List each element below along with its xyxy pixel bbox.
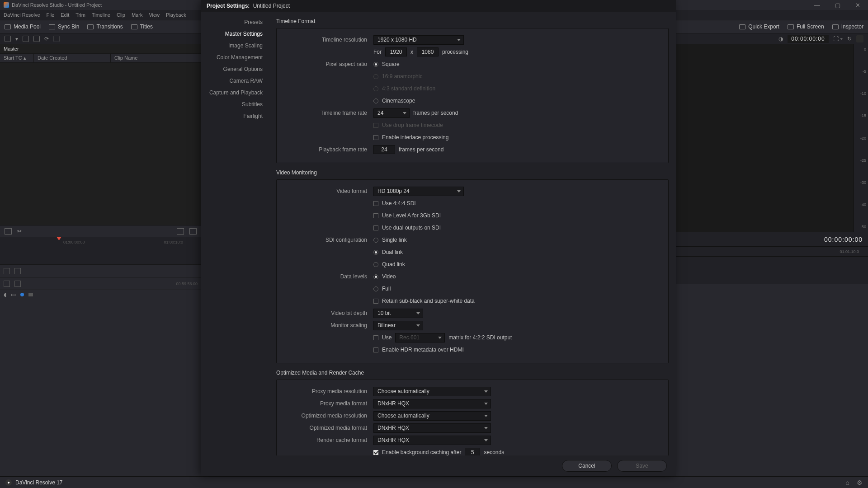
input-playback-frame-rate[interactable]: 24 (373, 145, 395, 154)
toolbar-inspector[interactable]: Inspector (832, 23, 863, 30)
check-hdr-hdmi[interactable] (373, 347, 378, 352)
check-level-a[interactable] (373, 213, 378, 218)
nav-fairlight[interactable]: Fairlight (201, 110, 269, 122)
settings-content[interactable]: Timeline Format Timeline resolution 1920… (269, 12, 676, 455)
col-clip-name[interactable]: Clip Name (111, 54, 201, 62)
input-bg-cache-seconds[interactable]: 5 (465, 448, 480, 455)
select-proxy-media-format[interactable]: DNxHR HQX (373, 399, 491, 408)
folder-icon[interactable] (33, 36, 40, 42)
radio-par-square[interactable] (373, 62, 378, 67)
select-render-cache-format[interactable]: DNxHR HQX (373, 436, 491, 445)
menu-item[interactable]: Trim (75, 12, 85, 18)
check-retain-subblack[interactable] (373, 299, 378, 304)
nav-color-management[interactable]: Color Management (201, 52, 269, 63)
tool-d-icon[interactable] (14, 281, 21, 287)
view-mode-icon[interactable] (5, 36, 11, 42)
nav-general-options[interactable]: General Options (201, 63, 269, 75)
audio-meter: 0-5-10-15-20-25-30-40-50 (854, 44, 868, 232)
select-timeline-resolution[interactable]: 868 x 488 HD (373, 35, 464, 45)
select-optimized-media-format[interactable]: DNxHR HQX (373, 423, 491, 433)
toolbar-transitions[interactable]: Transitions (87, 23, 123, 30)
cancel-button[interactable]: Cancel (562, 460, 612, 472)
speaker-icon[interactable] (856, 35, 863, 42)
bypass-icon[interactable]: ◑ (778, 36, 783, 42)
check-use-matrix[interactable] (373, 335, 378, 340)
viewer-timecode[interactable]: 00:00:00:00 (824, 236, 863, 243)
radio-sdi-single[interactable] (373, 238, 378, 243)
radio-data-full[interactable] (373, 286, 378, 291)
marker-blue-icon[interactable] (20, 293, 24, 296)
nav-image-scaling[interactable]: Image Scaling (201, 40, 269, 52)
tool-c-icon[interactable] (4, 281, 10, 287)
radio-par-cinemascope[interactable] (373, 99, 378, 103)
nav-capture-playback[interactable]: Capture and Playback (201, 87, 269, 99)
select-video-bit-depth[interactable]: 10 bit (373, 309, 423, 318)
col-start-tc[interactable]: Start TC ▴ (0, 54, 34, 62)
chevron-down-icon[interactable]: ▾ (15, 36, 18, 42)
timecode-display[interactable]: 00:00:00:00 (788, 35, 828, 43)
list-icon[interactable] (189, 228, 197, 235)
radio-par-anamorphic (373, 74, 378, 79)
select-monitor-scaling[interactable]: Bilinear (373, 321, 423, 330)
playhead[interactable] (59, 237, 59, 287)
export-icon (739, 24, 745, 29)
input-height[interactable]: 1080 (417, 47, 439, 56)
toolbar-quick-export[interactable]: Quick Export (739, 23, 779, 30)
tool-a-icon[interactable] (4, 268, 10, 274)
marker-grey-icon[interactable] (28, 293, 33, 296)
menu-item[interactable]: DaVinci Resolve (4, 12, 40, 18)
minimize-button[interactable]: — (807, 0, 827, 10)
toolbar-titles[interactable]: Titles (131, 23, 153, 30)
grid-icon[interactable] (177, 228, 184, 235)
label-video-format: Video format (283, 188, 373, 194)
toolbar-sync-bin[interactable]: Sync Bin (49, 23, 79, 30)
dialog-footer: Cancel Save (201, 455, 676, 476)
maximize-button[interactable]: ▢ (827, 0, 848, 10)
menu-item[interactable]: Edit (61, 12, 69, 18)
menu-item[interactable]: File (47, 12, 55, 18)
menu-item[interactable]: View (149, 12, 160, 18)
loop-icon[interactable]: ↻ (847, 36, 852, 42)
save-button[interactable]: Save (617, 460, 667, 472)
close-button[interactable]: ✕ (848, 0, 868, 10)
check-dual-outputs[interactable] (373, 225, 378, 230)
toolbar-media-pool[interactable]: Media Pool (5, 23, 41, 30)
select-video-format[interactable]: HD 1080p 24 (373, 187, 464, 196)
marker-icon[interactable]: ▭ (11, 291, 16, 298)
source-timeline[interactable]: 01:00:00:00 01:00:10:0 (0, 237, 201, 264)
col-date-created[interactable]: Date Created (34, 54, 111, 62)
bin-master-label[interactable]: Master (0, 44, 201, 53)
import-icon[interactable] (23, 36, 29, 42)
select-optimized-media-resolution[interactable]: Choose automatically (373, 411, 491, 421)
nav-master-settings[interactable]: Master Settings (201, 28, 269, 40)
nav-subtitles[interactable]: Subtitles (201, 99, 269, 110)
menu-item[interactable]: Playback (166, 12, 186, 18)
check-interlace[interactable] (373, 135, 378, 140)
gear-icon[interactable]: ⚙ (857, 479, 863, 486)
toolbar-full-screen[interactable]: Full Screen (788, 23, 824, 30)
scissors-icon[interactable]: ✂ (17, 228, 22, 235)
select-proxy-media-resolution[interactable]: Choose automatically (373, 387, 491, 396)
refresh-icon[interactable]: ⟳ (44, 36, 49, 42)
menu-item[interactable]: Timeline (92, 12, 110, 18)
radio-sdi-quad[interactable] (373, 262, 378, 267)
chevron-down-icon (484, 415, 488, 417)
link-icon[interactable] (53, 36, 60, 42)
menu-item[interactable]: Clip (117, 12, 125, 18)
media-pool-icon (5, 24, 11, 29)
radio-sdi-dual[interactable] (373, 250, 378, 255)
menu-item[interactable]: Mark (132, 12, 142, 18)
timeline-view-icon[interactable] (5, 228, 12, 235)
nav-camera-raw[interactable]: Camera RAW (201, 75, 269, 87)
select-timeline-frame-rate[interactable]: 24 (373, 108, 410, 118)
flag-icon[interactable]: ◖ (4, 291, 6, 298)
options-icon[interactable]: ⛶ ▾ (833, 36, 843, 42)
tool-b-icon[interactable] (14, 268, 21, 274)
input-width[interactable]: 1920 (385, 47, 407, 56)
radio-data-video[interactable] (373, 274, 378, 279)
nav-presets[interactable]: Presets (201, 16, 269, 28)
scale-mark: 01:00:10:0 (164, 240, 183, 244)
check-use-444-sdi[interactable] (373, 201, 378, 206)
check-background-caching[interactable] (373, 450, 378, 455)
home-icon[interactable]: ⌂ (846, 479, 849, 486)
